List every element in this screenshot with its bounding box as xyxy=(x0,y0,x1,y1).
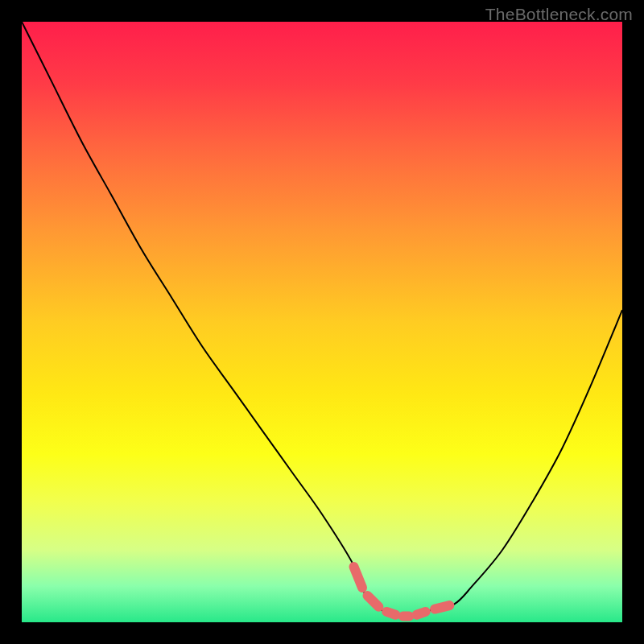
highlight-dash xyxy=(417,612,426,615)
near-zero-highlight xyxy=(354,567,450,617)
highlight-dash xyxy=(354,567,363,588)
highlight-dash xyxy=(368,596,379,607)
chart-frame xyxy=(22,22,622,622)
bottleneck-chart xyxy=(22,22,622,622)
bottleneck-curve-line xyxy=(22,22,622,617)
highlight-dash xyxy=(435,605,449,609)
highlight-dash xyxy=(386,612,395,615)
watermark-text: TheBottleneck.com xyxy=(485,5,633,24)
